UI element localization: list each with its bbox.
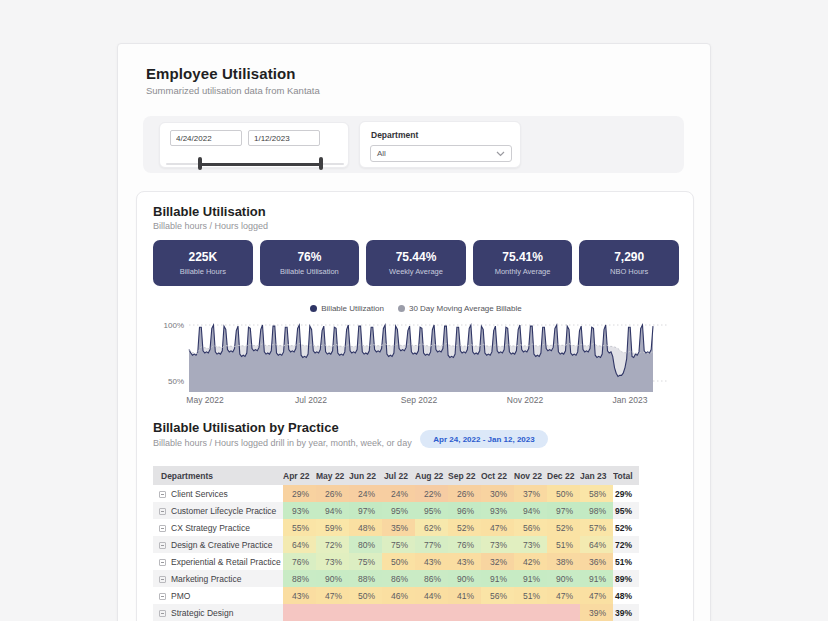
column-header[interactable]: Sep 22 xyxy=(448,466,481,485)
utilisation-cell[interactable]: 46% xyxy=(382,587,415,604)
department-name-cell[interactable]: Experiential & Retail Practice xyxy=(153,553,283,570)
billable-utilization-chart[interactable]: 100%50%May 2022Jul 2022Sep 2022Nov 2022J… xyxy=(153,316,679,408)
utilisation-cell[interactable]: 97% xyxy=(349,502,382,519)
column-header[interactable]: Apr 22 xyxy=(283,466,316,485)
department-name-cell[interactable]: PMO xyxy=(153,587,283,604)
utilisation-cell[interactable]: 73% xyxy=(316,553,349,570)
utilisation-cell[interactable]: 41% xyxy=(448,587,481,604)
utilisation-cell[interactable]: 39% xyxy=(580,604,613,621)
utilisation-cell[interactable]: 58% xyxy=(580,485,613,502)
utilisation-cell[interactable]: 50% xyxy=(349,587,382,604)
start-date-input[interactable] xyxy=(170,130,242,146)
utilisation-cell[interactable]: 51% xyxy=(547,536,580,553)
utilisation-cell[interactable]: 24% xyxy=(382,485,415,502)
column-header[interactable]: Dec 22 xyxy=(547,466,580,485)
utilisation-cell[interactable]: 76% xyxy=(283,553,316,570)
slider-handle-start[interactable] xyxy=(198,157,202,170)
utilisation-cell[interactable]: 47% xyxy=(316,587,349,604)
utilisation-cell[interactable]: 26% xyxy=(448,485,481,502)
end-date-input[interactable] xyxy=(248,130,320,146)
utilisation-cell[interactable] xyxy=(316,604,349,621)
utilisation-cell[interactable]: 97% xyxy=(547,502,580,519)
utilisation-cell[interactable]: 96% xyxy=(448,502,481,519)
utilisation-cell[interactable]: 56% xyxy=(481,587,514,604)
utilisation-cell[interactable]: 77% xyxy=(415,536,448,553)
utilisation-cell[interactable]: 88% xyxy=(349,570,382,587)
column-header[interactable]: Oct 22 xyxy=(481,466,514,485)
utilisation-cell[interactable]: 55% xyxy=(283,519,316,536)
utilisation-cell[interactable]: 94% xyxy=(316,502,349,519)
utilisation-cell[interactable]: 73% xyxy=(514,536,547,553)
utilisation-cell[interactable]: 26% xyxy=(316,485,349,502)
utilisation-cell[interactable]: 86% xyxy=(382,570,415,587)
utilisation-cell[interactable]: 42% xyxy=(514,553,547,570)
utilisation-cell[interactable]: 80% xyxy=(349,536,382,553)
utilisation-cell[interactable]: 50% xyxy=(547,485,580,502)
utilisation-cell[interactable]: 56% xyxy=(514,519,547,536)
utilisation-cell[interactable] xyxy=(283,604,316,621)
utilisation-cell[interactable] xyxy=(382,604,415,621)
utilisation-cell[interactable]: 88% xyxy=(283,570,316,587)
utilisation-cell[interactable]: 98% xyxy=(580,502,613,519)
legend-item[interactable]: Billable Utilization xyxy=(310,304,384,313)
utilisation-cell[interactable]: 43% xyxy=(415,553,448,570)
utilisation-cell[interactable]: 43% xyxy=(283,587,316,604)
department-name-cell[interactable]: Client Services xyxy=(153,485,283,502)
utilisation-cell[interactable]: 59% xyxy=(316,519,349,536)
column-header[interactable]: Aug 22 xyxy=(415,466,448,485)
utilisation-cell[interactable]: 73% xyxy=(481,536,514,553)
date-range-slider[interactable] xyxy=(166,157,344,171)
column-header[interactable]: May 22 xyxy=(316,466,349,485)
expand-icon[interactable] xyxy=(159,559,166,566)
utilisation-cell[interactable]: 32% xyxy=(481,553,514,570)
utilisation-cell[interactable]: 93% xyxy=(481,502,514,519)
legend-item[interactable]: 30 Day Moving Average Billable xyxy=(398,304,522,313)
utilisation-cell[interactable]: 90% xyxy=(448,570,481,587)
utilisation-cell[interactable]: 91% xyxy=(580,570,613,587)
utilisation-cell[interactable]: 95% xyxy=(382,502,415,519)
column-header[interactable]: Nov 22 xyxy=(514,466,547,485)
slider-handle-end[interactable] xyxy=(319,157,323,170)
expand-icon[interactable] xyxy=(159,508,166,515)
expand-icon[interactable] xyxy=(159,610,166,617)
utilisation-cell[interactable] xyxy=(514,604,547,621)
utilisation-cell[interactable]: 48% xyxy=(349,519,382,536)
utilisation-cell[interactable]: 22% xyxy=(415,485,448,502)
column-header[interactable]: Jul 22 xyxy=(382,466,415,485)
utilisation-cell[interactable]: 24% xyxy=(349,485,382,502)
utilisation-cell[interactable]: 72% xyxy=(316,536,349,553)
utilisation-cell[interactable]: 95% xyxy=(415,502,448,519)
utilisation-cell[interactable]: 52% xyxy=(547,519,580,536)
utilisation-cell[interactable]: 75% xyxy=(349,553,382,570)
department-name-cell[interactable]: CX Strategy Practice xyxy=(153,519,283,536)
utilisation-cell[interactable]: 47% xyxy=(481,519,514,536)
utilisation-cell[interactable]: 90% xyxy=(316,570,349,587)
expand-icon[interactable] xyxy=(159,525,166,532)
utilisation-cell[interactable]: 47% xyxy=(547,587,580,604)
utilisation-cell[interactable]: 90% xyxy=(547,570,580,587)
utilisation-cell[interactable]: 76% xyxy=(448,536,481,553)
utilisation-cell[interactable]: 36% xyxy=(580,553,613,570)
column-header[interactable]: Jan 23 xyxy=(580,466,613,485)
department-select[interactable]: All xyxy=(370,145,512,162)
expand-icon[interactable] xyxy=(159,576,166,583)
utilisation-cell[interactable]: 44% xyxy=(415,587,448,604)
utilisation-cell[interactable]: 43% xyxy=(448,553,481,570)
utilisation-cell[interactable] xyxy=(481,604,514,621)
slider-selected-range[interactable] xyxy=(200,163,321,166)
column-header[interactable]: Jun 22 xyxy=(349,466,382,485)
expand-icon[interactable] xyxy=(159,593,166,600)
expand-icon[interactable] xyxy=(159,491,166,498)
column-header[interactable]: Departments xyxy=(153,466,283,485)
utilisation-cell[interactable]: 93% xyxy=(283,502,316,519)
utilisation-cell[interactable]: 52% xyxy=(448,519,481,536)
utilisation-cell[interactable]: 64% xyxy=(580,536,613,553)
utilisation-cell[interactable]: 57% xyxy=(580,519,613,536)
utilisation-cell[interactable]: 47% xyxy=(580,587,613,604)
column-header[interactable]: Total xyxy=(613,466,639,485)
utilisation-cell[interactable]: 30% xyxy=(481,485,514,502)
department-name-cell[interactable]: Design & Creative Practice xyxy=(153,536,283,553)
utilisation-cell[interactable] xyxy=(448,604,481,621)
expand-icon[interactable] xyxy=(159,542,166,549)
utilisation-cell[interactable]: 50% xyxy=(382,553,415,570)
